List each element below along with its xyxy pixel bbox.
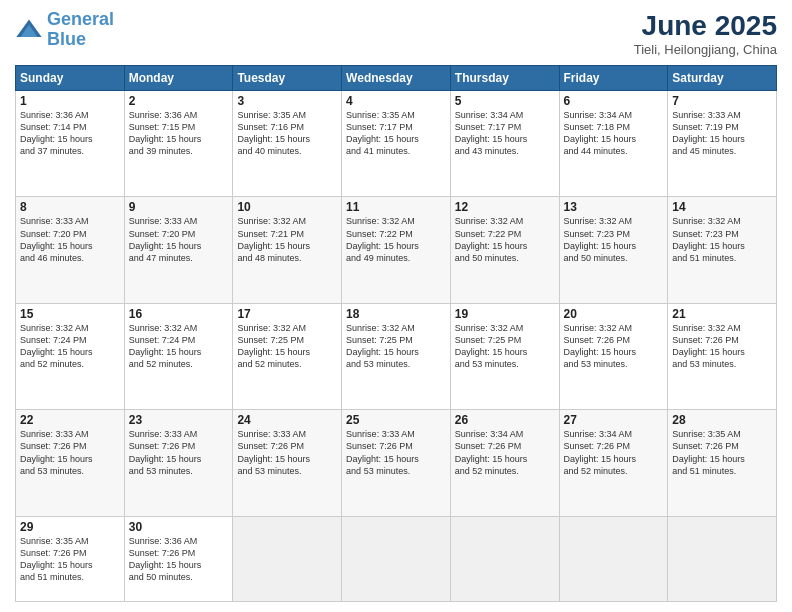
day-number: 15 — [20, 307, 120, 321]
table-row: 11Sunrise: 3:32 AM Sunset: 7:22 PM Dayli… — [342, 197, 451, 303]
table-row — [668, 516, 777, 601]
col-friday: Friday — [559, 66, 668, 91]
day-number: 18 — [346, 307, 446, 321]
day-number: 9 — [129, 200, 229, 214]
day-info: Sunrise: 3:34 AM Sunset: 7:26 PM Dayligh… — [455, 428, 555, 477]
day-number: 22 — [20, 413, 120, 427]
table-row: 2Sunrise: 3:36 AM Sunset: 7:15 PM Daylig… — [124, 91, 233, 197]
calendar-table: Sunday Monday Tuesday Wednesday Thursday… — [15, 65, 777, 602]
day-number: 29 — [20, 520, 120, 534]
day-info: Sunrise: 3:33 AM Sunset: 7:26 PM Dayligh… — [346, 428, 446, 477]
day-info: Sunrise: 3:36 AM Sunset: 7:15 PM Dayligh… — [129, 109, 229, 158]
col-tuesday: Tuesday — [233, 66, 342, 91]
col-monday: Monday — [124, 66, 233, 91]
day-number: 19 — [455, 307, 555, 321]
day-number: 17 — [237, 307, 337, 321]
day-info: Sunrise: 3:32 AM Sunset: 7:23 PM Dayligh… — [672, 215, 772, 264]
table-row: 25Sunrise: 3:33 AM Sunset: 7:26 PM Dayli… — [342, 410, 451, 516]
day-number: 23 — [129, 413, 229, 427]
day-info: Sunrise: 3:33 AM Sunset: 7:19 PM Dayligh… — [672, 109, 772, 158]
day-info: Sunrise: 3:32 AM Sunset: 7:22 PM Dayligh… — [346, 215, 446, 264]
title-area: June 2025 Tieli, Heilongjiang, China — [634, 10, 777, 57]
table-row — [342, 516, 451, 601]
day-number: 21 — [672, 307, 772, 321]
day-number: 25 — [346, 413, 446, 427]
col-sunday: Sunday — [16, 66, 125, 91]
day-number: 20 — [564, 307, 664, 321]
day-info: Sunrise: 3:32 AM Sunset: 7:22 PM Dayligh… — [455, 215, 555, 264]
day-number: 8 — [20, 200, 120, 214]
table-row: 1Sunrise: 3:36 AM Sunset: 7:14 PM Daylig… — [16, 91, 125, 197]
table-row: 21Sunrise: 3:32 AM Sunset: 7:26 PM Dayli… — [668, 303, 777, 409]
month-title: June 2025 — [634, 10, 777, 42]
col-saturday: Saturday — [668, 66, 777, 91]
table-row: 8Sunrise: 3:33 AM Sunset: 7:20 PM Daylig… — [16, 197, 125, 303]
header: General Blue June 2025 Tieli, Heilongjia… — [15, 10, 777, 57]
table-row: 19Sunrise: 3:32 AM Sunset: 7:25 PM Dayli… — [450, 303, 559, 409]
table-row: 28Sunrise: 3:35 AM Sunset: 7:26 PM Dayli… — [668, 410, 777, 516]
table-row: 29Sunrise: 3:35 AM Sunset: 7:26 PM Dayli… — [16, 516, 125, 601]
table-row: 12Sunrise: 3:32 AM Sunset: 7:22 PM Dayli… — [450, 197, 559, 303]
day-info: Sunrise: 3:34 AM Sunset: 7:18 PM Dayligh… — [564, 109, 664, 158]
day-info: Sunrise: 3:32 AM Sunset: 7:26 PM Dayligh… — [672, 322, 772, 371]
day-number: 4 — [346, 94, 446, 108]
day-info: Sunrise: 3:33 AM Sunset: 7:26 PM Dayligh… — [129, 428, 229, 477]
logo: General Blue — [15, 10, 114, 50]
table-row: 18Sunrise: 3:32 AM Sunset: 7:25 PM Dayli… — [342, 303, 451, 409]
day-info: Sunrise: 3:35 AM Sunset: 7:16 PM Dayligh… — [237, 109, 337, 158]
table-row: 3Sunrise: 3:35 AM Sunset: 7:16 PM Daylig… — [233, 91, 342, 197]
day-number: 2 — [129, 94, 229, 108]
col-wednesday: Wednesday — [342, 66, 451, 91]
day-number: 12 — [455, 200, 555, 214]
day-info: Sunrise: 3:32 AM Sunset: 7:25 PM Dayligh… — [237, 322, 337, 371]
day-number: 11 — [346, 200, 446, 214]
day-number: 10 — [237, 200, 337, 214]
logo-text: General Blue — [47, 10, 114, 50]
day-info: Sunrise: 3:35 AM Sunset: 7:17 PM Dayligh… — [346, 109, 446, 158]
day-info: Sunrise: 3:36 AM Sunset: 7:14 PM Dayligh… — [20, 109, 120, 158]
day-info: Sunrise: 3:36 AM Sunset: 7:26 PM Dayligh… — [129, 535, 229, 584]
table-row — [450, 516, 559, 601]
table-row: 30Sunrise: 3:36 AM Sunset: 7:26 PM Dayli… — [124, 516, 233, 601]
day-info: Sunrise: 3:33 AM Sunset: 7:26 PM Dayligh… — [237, 428, 337, 477]
day-number: 28 — [672, 413, 772, 427]
table-row — [559, 516, 668, 601]
table-row: 15Sunrise: 3:32 AM Sunset: 7:24 PM Dayli… — [16, 303, 125, 409]
day-info: Sunrise: 3:34 AM Sunset: 7:26 PM Dayligh… — [564, 428, 664, 477]
table-row: 6Sunrise: 3:34 AM Sunset: 7:18 PM Daylig… — [559, 91, 668, 197]
day-info: Sunrise: 3:33 AM Sunset: 7:26 PM Dayligh… — [20, 428, 120, 477]
day-number: 27 — [564, 413, 664, 427]
calendar-header-row: Sunday Monday Tuesday Wednesday Thursday… — [16, 66, 777, 91]
table-row: 22Sunrise: 3:33 AM Sunset: 7:26 PM Dayli… — [16, 410, 125, 516]
table-row: 17Sunrise: 3:32 AM Sunset: 7:25 PM Dayli… — [233, 303, 342, 409]
day-info: Sunrise: 3:32 AM Sunset: 7:25 PM Dayligh… — [455, 322, 555, 371]
logo-icon — [15, 16, 43, 44]
day-number: 24 — [237, 413, 337, 427]
day-number: 1 — [20, 94, 120, 108]
table-row: 23Sunrise: 3:33 AM Sunset: 7:26 PM Dayli… — [124, 410, 233, 516]
table-row: 10Sunrise: 3:32 AM Sunset: 7:21 PM Dayli… — [233, 197, 342, 303]
day-number: 7 — [672, 94, 772, 108]
day-info: Sunrise: 3:32 AM Sunset: 7:24 PM Dayligh… — [20, 322, 120, 371]
day-info: Sunrise: 3:34 AM Sunset: 7:17 PM Dayligh… — [455, 109, 555, 158]
day-info: Sunrise: 3:35 AM Sunset: 7:26 PM Dayligh… — [20, 535, 120, 584]
table-row — [233, 516, 342, 601]
table-row: 5Sunrise: 3:34 AM Sunset: 7:17 PM Daylig… — [450, 91, 559, 197]
day-info: Sunrise: 3:32 AM Sunset: 7:24 PM Dayligh… — [129, 322, 229, 371]
table-row: 9Sunrise: 3:33 AM Sunset: 7:20 PM Daylig… — [124, 197, 233, 303]
table-row: 4Sunrise: 3:35 AM Sunset: 7:17 PM Daylig… — [342, 91, 451, 197]
day-info: Sunrise: 3:32 AM Sunset: 7:21 PM Dayligh… — [237, 215, 337, 264]
table-row: 7Sunrise: 3:33 AM Sunset: 7:19 PM Daylig… — [668, 91, 777, 197]
day-number: 14 — [672, 200, 772, 214]
day-number: 13 — [564, 200, 664, 214]
day-number: 3 — [237, 94, 337, 108]
day-number: 5 — [455, 94, 555, 108]
day-info: Sunrise: 3:33 AM Sunset: 7:20 PM Dayligh… — [129, 215, 229, 264]
table-row: 26Sunrise: 3:34 AM Sunset: 7:26 PM Dayli… — [450, 410, 559, 516]
table-row: 13Sunrise: 3:32 AM Sunset: 7:23 PM Dayli… — [559, 197, 668, 303]
day-info: Sunrise: 3:32 AM Sunset: 7:23 PM Dayligh… — [564, 215, 664, 264]
table-row: 24Sunrise: 3:33 AM Sunset: 7:26 PM Dayli… — [233, 410, 342, 516]
table-row: 14Sunrise: 3:32 AM Sunset: 7:23 PM Dayli… — [668, 197, 777, 303]
day-number: 26 — [455, 413, 555, 427]
day-info: Sunrise: 3:33 AM Sunset: 7:20 PM Dayligh… — [20, 215, 120, 264]
